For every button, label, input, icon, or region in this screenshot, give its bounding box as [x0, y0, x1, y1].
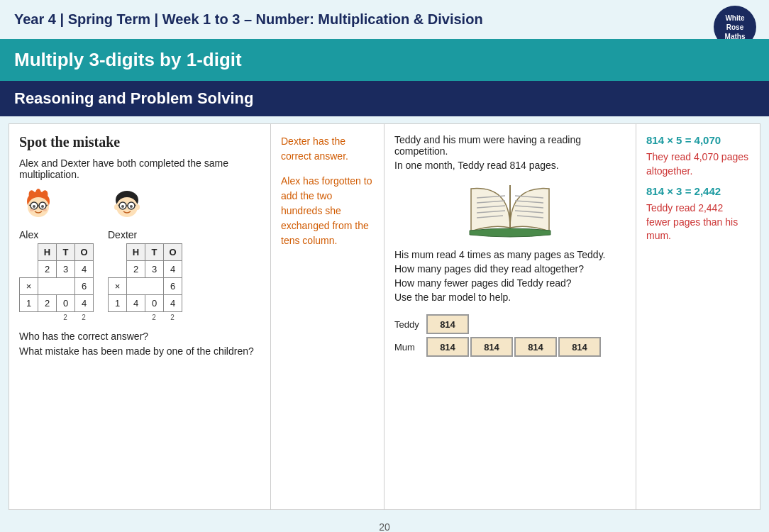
middle-panel: Dexter has the correct answer. Alex has … — [271, 123, 384, 510]
right-problem-panel: Teddy and his mum were having a reading … — [384, 123, 636, 510]
teddy-bar-cell: 814 — [426, 314, 469, 334]
svg-point-13 — [43, 209, 47, 211]
svg-point-24 — [135, 204, 140, 210]
book-image — [464, 178, 556, 242]
grid-container: Alex H T O 2 3 4 — [19, 187, 260, 322]
alex-label: Alex — [19, 229, 38, 240]
bar-model: Teddy 814 Mum 814 814 814 814 — [394, 314, 626, 357]
intro-text: Alex and Dexter have both completed the … — [19, 157, 260, 180]
dexter-label: Dexter — [108, 229, 137, 240]
dark-banner-title: Reasoning and Problem Solving — [14, 89, 755, 108]
problem-line3: His mum read 4 times as many pages as Te… — [394, 249, 626, 260]
mum-bar-cell1: 814 — [426, 337, 469, 357]
dexter-table: H T O 2 3 4 × 6 — [108, 243, 182, 312]
mum-bar-label: Mum — [394, 342, 426, 353]
answer-line2: Alex has forgotten to add the two hundre… — [281, 174, 374, 248]
main-content: Spot the mistake Alex and Dexter have bo… — [0, 116, 769, 517]
dark-banner: Reasoning and Problem Solving — [0, 81, 769, 116]
dexter-section: Dexter H T O 2 3 4 — [108, 187, 182, 322]
svg-point-7 — [33, 205, 35, 208]
svg-point-8 — [41, 205, 44, 208]
teddy-bar-label: Teddy — [394, 319, 426, 330]
teal-banner-title: Multiply 3-digits by 1-digit — [14, 49, 755, 71]
questions: Who has the correct answer? What mistake… — [19, 329, 260, 359]
alex-table: H T O 2 3 4 × 6 — [19, 243, 94, 312]
problem-line2: In one month, Teddy read 814 pages. — [394, 160, 626, 171]
answer-panel: 814 × 5 = 4,070 They read 4,070 pages al… — [636, 123, 760, 510]
spot-mistake-heading: Spot the mistake — [19, 134, 260, 150]
answer-line1: Dexter has the correct answer. — [281, 134, 374, 164]
equation2: 814 × 3 = 2,442 — [646, 185, 750, 197]
mum-bar-cell2: 814 — [470, 337, 513, 357]
alex-avatar — [19, 187, 58, 226]
left-panel: Spot the mistake Alex and Dexter have bo… — [9, 123, 271, 510]
dexter-avatar — [108, 187, 147, 226]
equation1: 814 × 5 = 4,070 — [646, 134, 750, 146]
page-number: 20 — [0, 517, 769, 532]
mum-bar-cell3: 814 — [514, 337, 557, 357]
question2: What mistake has been made by one of the… — [19, 344, 260, 359]
alex-carry: 2 2 — [19, 312, 93, 322]
header-title: Year 4 | Spring Term | Week 1 to 3 – Num… — [14, 11, 483, 28]
mum-bar-row: Mum 814 814 814 814 — [394, 337, 626, 357]
problem-intro: Teddy and his mum were having a reading … — [394, 134, 626, 157]
page-header: Year 4 | Spring Term | Week 1 to 3 – Num… — [0, 0, 769, 39]
svg-point-18 — [121, 205, 124, 208]
question1: How many pages did they read altogether? — [394, 263, 626, 275]
question1: Who has the correct answer? — [19, 329, 260, 344]
dexter-carry: 2 2 — [108, 312, 182, 322]
mum-bar-cell4: 814 — [558, 337, 601, 357]
question3: Use the bar model to help. — [394, 292, 626, 303]
svg-point-19 — [130, 205, 133, 208]
question2: How many fewer pages did Teddy read? — [394, 277, 626, 289]
alex-section: Alex H T O 2 3 4 — [19, 187, 94, 322]
teal-banner: Multiply 3-digits by 1-digit — [0, 39, 769, 81]
teddy-bar-row: Teddy 814 — [394, 314, 626, 334]
answer-text1: They read 4,070 pages altogether. — [646, 150, 750, 178]
answer-text2: Teddy read 2,442 fewer pages than his mu… — [646, 201, 750, 243]
svg-point-12 — [30, 209, 34, 211]
svg-point-23 — [114, 204, 118, 210]
